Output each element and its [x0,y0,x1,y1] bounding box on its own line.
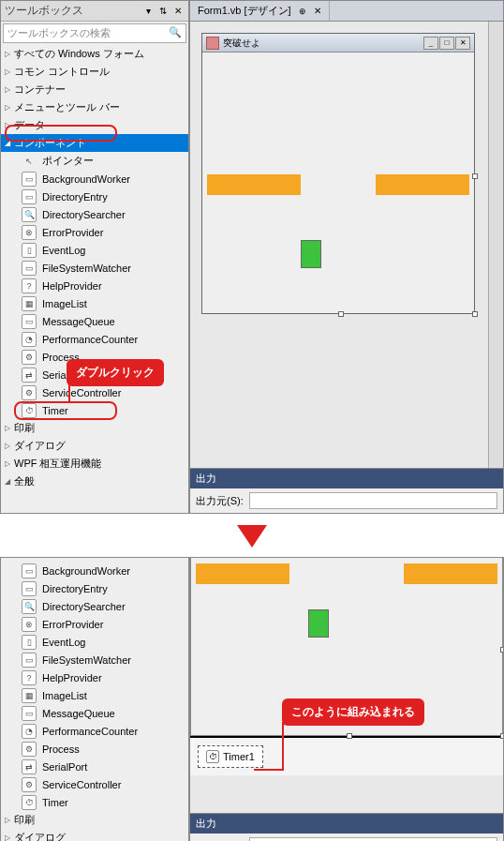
toolbox-item-directorysearcher[interactable]: 🔍DirectorySearcher [1,205,188,223]
tab-form1[interactable]: Form1.vb [デザイン] ⊕ ✕ [190,1,330,21]
category-all-forms[interactable]: すべての Windows フォーム [1,45,188,63]
component-icon: ◔ [22,724,37,739]
toolbox-item-messagequeue[interactable]: ▭MessageQueue [1,704,188,722]
timer-icon: ⏱ [22,403,37,418]
output-header: 出力 [190,814,503,833]
component-icon: ⚙ [22,385,37,400]
tab-label: Form1.vb [デザイン] [198,4,291,18]
category-wpf[interactable]: WPF 相互運用機能 [1,455,188,473]
timer-icon: ⏱ [22,795,37,810]
component-icon: ▦ [22,296,37,311]
toolbox-header: ツールボックス ▾ ⇅ ✕ [1,1,188,22]
output-body: 出力元(S): [190,488,503,513]
orange-bar-right[interactable] [376,174,469,195]
component-icon: ▭ [22,314,37,329]
toolbox-item-eventlog[interactable]: ▯EventLog [1,241,188,259]
component-icon: ▭ [22,261,37,276]
component-tray[interactable]: ⏱ Timer1 [190,736,503,775]
toolbox-item-messagequeue[interactable]: ▭MessageQueue [1,312,188,330]
toolbox-item-pointer[interactable]: ↖ポインター [1,152,188,170]
toolbox-item-backgroundworker[interactable]: ▭BackgroundWorker [1,562,188,579]
form-window[interactable]: 突破せよ _ □ ✕ [201,33,475,314]
scrollbar[interactable] [488,22,503,468]
category-containers[interactable]: コンテナー [1,81,188,98]
category-print[interactable]: 印刷 [1,419,188,437]
toolbox-title: ツールボックス [5,3,140,19]
toolbox-item-timer[interactable]: ⏱Timer [1,793,188,811]
toolbox-item-directorysearcher[interactable]: 🔍DirectorySearcher [1,597,188,615]
category-general[interactable]: 全般 [1,473,188,490]
toolbox-item-filesystemwatcher[interactable]: ▭FileSystemWatcher [1,651,188,668]
category-components[interactable]: コンポーネント [1,134,188,152]
designer-panel: Form1.vb [デザイン] ⊕ ✕ 突破せよ _ □ ✕ [190,1,503,513]
output-source-dropdown[interactable] [249,492,497,509]
orange-bar-left[interactable] [196,563,289,584]
component-icon: ▭ [22,653,37,668]
search-placeholder: ツールボックスの検索 [7,26,111,40]
toolbox-item-filesystemwatcher[interactable]: ▭FileSystemWatcher [1,259,188,277]
component-icon: ▭ [22,581,37,596]
component-icon: 🔍 [22,207,37,222]
component-icon: ▭ [22,706,37,721]
output-body: 出力元(S): [190,833,503,841]
flow-arrow-icon [237,525,267,548]
toolbox-item-errorprovider[interactable]: ⊗ErrorProvider [1,615,188,633]
output-panel: 出力 出力元(S): [190,468,503,513]
dropdown-icon[interactable]: ▾ [141,5,155,18]
pointer-icon: ↖ [22,154,37,169]
component-icon: ▭ [22,563,37,578]
toolbox-item-eventlog[interactable]: ▯EventLog [1,633,188,651]
toolbox-item-helpprovider[interactable]: ?HelpProvider [1,277,188,294]
pin-icon[interactable]: ⊕ [299,7,306,16]
pin-icon[interactable]: ⇅ [156,5,170,18]
maximize-icon[interactable]: □ [439,37,454,50]
toolbox-item-directoryentry[interactable]: ▭DirectoryEntry [1,579,188,597]
callout-embedded: このように組み込まれる [282,698,424,726]
design-surface[interactable]: 突破せよ _ □ ✕ [190,22,503,468]
toolbox-item-directoryentry[interactable]: ▭DirectoryEntry [1,188,188,205]
component-icon: ⚙ [22,350,37,365]
toolbox-item-process[interactable]: ⚙Process [1,740,188,758]
app-icon [206,37,219,50]
category-menus-toolbars[interactable]: メニューとツール バー [1,98,188,116]
toolbox-search[interactable]: ツールボックスの検索 🔍 [3,23,186,43]
design-surface[interactable]: ⏱ Timer1 [190,558,503,813]
component-icon: ▦ [22,688,37,703]
orange-bar-right[interactable] [404,563,497,584]
form-title-text: 突破せよ [223,37,260,50]
component-icon: ◔ [22,332,37,347]
close-icon[interactable]: ✕ [455,37,470,50]
component-icon: ▯ [22,243,37,258]
tray-item-timer1[interactable]: ⏱ Timer1 [198,745,263,768]
toolbox-item-errorprovider[interactable]: ⊗ErrorProvider [1,223,188,241]
toolbox-item-timer[interactable]: ⏱Timer [1,401,188,419]
toolbox-item-helpprovider[interactable]: ?HelpProvider [1,668,188,686]
component-icon: ⊗ [22,617,37,632]
toolbox-item-performancecounter[interactable]: ◔PerformanceCounter [1,330,188,348]
output-panel: 出力 出力元(S): [190,813,503,841]
component-icon: ▯ [22,635,37,650]
category-dialog[interactable]: ダイアログ [1,437,188,455]
output-source-dropdown[interactable] [249,837,497,841]
toolbox-item-performancecounter[interactable]: ◔PerformanceCounter [1,722,188,740]
green-box[interactable] [308,609,329,638]
orange-bar-left[interactable] [207,174,301,195]
form-client-area[interactable] [202,53,474,313]
toolbox-item-imagelist[interactable]: ▦ImageList [1,686,188,704]
category-data[interactable]: データ [1,116,188,134]
toolbox-item-imagelist[interactable]: ▦ImageList [1,294,188,312]
toolbox-item-backgroundworker[interactable]: ▭BackgroundWorker [1,170,188,188]
timer-icon: ⏱ [206,750,219,763]
category-dialog[interactable]: ダイアログ [1,829,188,841]
callout-doubleclick: ダブルクリック [67,359,164,386]
component-icon: 🔍 [22,599,37,614]
toolbox-item-servicecontroller[interactable]: ⚙ServiceController [1,775,188,793]
component-icon: ? [22,670,37,685]
category-common-controls[interactable]: コモン コントロール [1,63,188,81]
minimize-icon[interactable]: _ [423,37,438,50]
close-icon[interactable]: ✕ [314,6,321,16]
green-box[interactable] [301,240,321,268]
category-print[interactable]: 印刷 [1,811,188,829]
toolbox-item-serialport[interactable]: ⇄SerialPort [1,758,188,775]
close-icon[interactable]: ✕ [171,5,185,18]
